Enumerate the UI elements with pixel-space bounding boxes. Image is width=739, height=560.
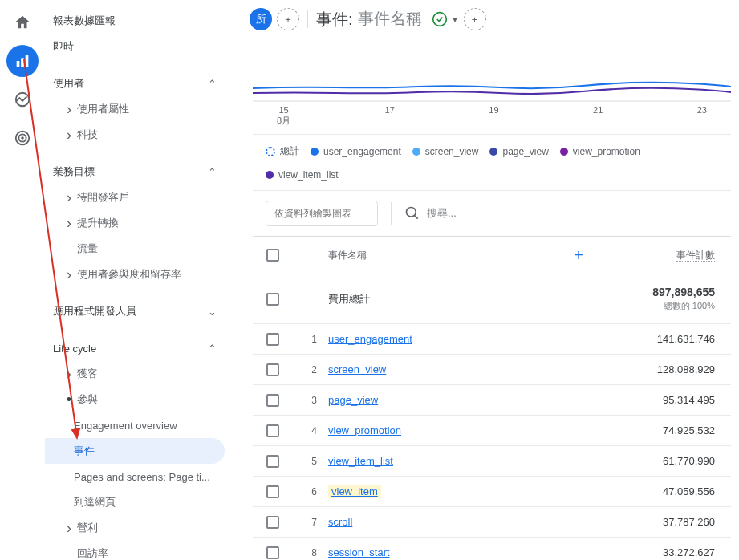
nav-tech[interactable]: ›科技 xyxy=(45,122,225,148)
nav-pages-screens[interactable]: Pages and screens: Page ti... xyxy=(45,464,225,489)
event-count: 33,272,627 xyxy=(595,546,731,558)
row-checkbox[interactable] xyxy=(266,293,279,306)
chevron-right-icon: › xyxy=(61,101,77,118)
select-all-checkbox[interactable] xyxy=(266,249,279,262)
table-total-row: 費用總計 897,898,655總數的 100% xyxy=(253,274,731,324)
svg-point-9 xyxy=(407,208,416,217)
main-content: 所 + 事件: 事件名稱 ▾ + 158月 17 19 21 23 總計 use… xyxy=(245,0,739,560)
top-bar: 所 + 事件: 事件名稱 ▾ + xyxy=(245,0,739,39)
add-dimension-button[interactable]: + xyxy=(562,246,595,265)
legend-item[interactable]: user_engagement xyxy=(311,146,401,157)
event-count: 74,925,532 xyxy=(595,424,731,436)
nav-realtime[interactable]: 即時 xyxy=(45,34,225,59)
nav-events[interactable]: 事件 xyxy=(45,438,225,464)
row-index: 4 xyxy=(293,425,325,436)
table-row: 3 page_view 95,314,495 xyxy=(253,385,731,416)
dropdown-caret-icon[interactable]: ▾ xyxy=(453,14,457,25)
total-label: 費用總計 xyxy=(325,292,562,306)
nav-leads[interactable]: ›待開發客戶 xyxy=(45,185,225,210)
table-row: 8 session_start 33,272,627 xyxy=(253,538,731,560)
event-name-link[interactable]: screen_view xyxy=(325,363,562,375)
row-checkbox[interactable] xyxy=(266,424,279,437)
nav-section-user[interactable]: 使用者⌃ xyxy=(45,71,225,96)
check-circle-icon[interactable] xyxy=(430,10,449,29)
search-placeholder: 搜尋... xyxy=(427,206,457,221)
nav-reports-snapshot[interactable]: 報表數據匯報 xyxy=(45,8,225,34)
svg-line-10 xyxy=(415,216,418,219)
row-checkbox[interactable] xyxy=(266,485,279,498)
event-count: 37,787,260 xyxy=(595,516,731,528)
plot-rows-input[interactable] xyxy=(266,201,378,226)
chevron-up-icon: ⌃ xyxy=(208,166,217,178)
search-icon xyxy=(404,205,420,221)
row-checkbox[interactable] xyxy=(266,363,279,376)
table-row: 2 screen_view 128,088,929 xyxy=(253,355,731,385)
legend-dot-icon xyxy=(266,147,275,156)
event-count: 61,770,990 xyxy=(595,455,731,467)
legend-item[interactable]: view_promotion xyxy=(560,146,640,157)
event-name-link[interactable]: view_promotion xyxy=(325,424,562,436)
nav-landing[interactable]: 到達網頁 xyxy=(45,489,225,515)
separator xyxy=(307,10,308,28)
event-name-link[interactable]: user_engagement xyxy=(325,333,562,345)
event-name-link[interactable]: page_view xyxy=(325,394,562,406)
svg-point-7 xyxy=(432,13,446,26)
ads-icon[interactable] xyxy=(6,122,39,154)
scope-badge[interactable]: 所 xyxy=(250,8,272,30)
table-row: 4 view_promotion 74,925,532 xyxy=(253,416,731,446)
row-checkbox[interactable] xyxy=(266,394,279,407)
chevron-right-icon: › xyxy=(61,127,77,144)
chart-area: 158月 17 19 21 23 xyxy=(253,39,731,135)
home-icon[interactable] xyxy=(6,6,39,39)
explore-icon[interactable] xyxy=(6,83,39,116)
reports-icon[interactable] xyxy=(6,45,39,77)
search-box[interactable]: 搜尋... xyxy=(404,205,457,221)
legend-total[interactable]: 總計 xyxy=(266,144,299,158)
row-index: 2 xyxy=(293,364,325,375)
legend-dot-icon xyxy=(311,148,319,156)
event-name-link[interactable]: view_item_list xyxy=(325,455,562,467)
page-title-prefix: 事件: xyxy=(316,9,353,30)
add-metric-button[interactable]: + xyxy=(464,8,486,30)
col-header-name[interactable]: 事件名稱 xyxy=(325,249,562,262)
page-title-dimension[interactable]: 事件名稱 xyxy=(356,8,424,30)
nav-engagement-overview[interactable]: Engagement overview xyxy=(45,412,225,438)
legend-item[interactable]: view_item_list xyxy=(266,169,339,181)
svg-rect-2 xyxy=(26,55,29,67)
nav-section-developer[interactable]: 應用程式開發人員⌄ xyxy=(45,298,225,324)
table-row: 6 view_item 47,059,556 xyxy=(253,477,731,507)
nav-conversion[interactable]: ›提升轉換 xyxy=(45,210,225,236)
svg-rect-1 xyxy=(21,58,24,67)
row-checkbox[interactable] xyxy=(266,546,279,559)
row-index: 6 xyxy=(293,486,325,497)
chevron-down-icon: ⌄ xyxy=(208,306,217,318)
left-rail xyxy=(0,0,45,560)
nav-section-business[interactable]: 業務目標⌃ xyxy=(45,159,225,185)
nav-retention[interactable]: ›回訪率 xyxy=(45,541,225,560)
legend-dot-icon xyxy=(412,148,420,156)
col-header-count[interactable]: ↓ 事件計數 xyxy=(595,249,731,262)
chevron-up-icon: ⌃ xyxy=(208,78,217,90)
row-checkbox[interactable] xyxy=(266,333,279,346)
nav-engagement[interactable]: •參與 xyxy=(45,387,225,412)
nav-acquisition[interactable]: ›獲客 xyxy=(45,361,225,387)
legend-dot-icon xyxy=(560,148,568,156)
add-comparison-button[interactable]: + xyxy=(277,8,299,30)
event-count: 47,059,556 xyxy=(595,485,731,497)
nav-monetization[interactable]: ›營利 xyxy=(45,515,225,541)
legend-item[interactable]: screen_view xyxy=(412,146,479,157)
chart-legend: 總計 user_engagement screen_view page_view… xyxy=(253,135,731,191)
legend-item[interactable]: page_view xyxy=(489,146,548,157)
event-name-link[interactable]: scroll xyxy=(325,516,562,528)
event-name-link[interactable]: session_start xyxy=(325,546,562,558)
nav-engagement-retention[interactable]: ›使用者參與度和留存率 xyxy=(45,262,225,287)
nav-traffic[interactable]: ›流量 xyxy=(45,236,225,262)
event-name-link[interactable]: view_item xyxy=(325,485,562,497)
row-checkbox[interactable] xyxy=(266,455,279,468)
row-checkbox[interactable] xyxy=(266,516,279,529)
nav-user-attributes[interactable]: ›使用者屬性 xyxy=(45,96,225,122)
nav-section-lifecycle[interactable]: Life cycle⌃ xyxy=(45,335,225,361)
legend-dot-icon xyxy=(489,148,497,156)
events-table: 事件名稱 + ↓ 事件計數 費用總計 897,898,655總數的 100% 1… xyxy=(253,236,731,560)
legend-dot-icon xyxy=(266,171,274,179)
